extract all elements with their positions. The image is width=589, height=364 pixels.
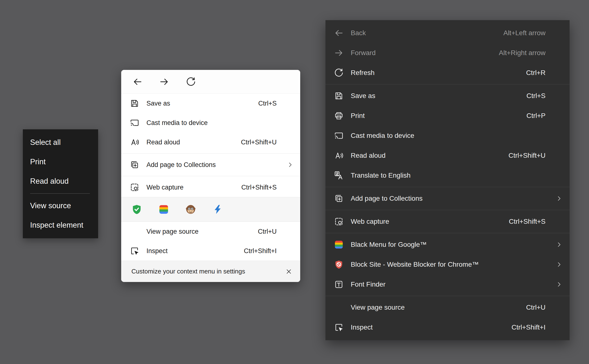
blue-bolt-extension-icon[interactable] bbox=[212, 204, 223, 215]
menu-item-read-aloud[interactable]: Read aloud Ctrl+Shift+U bbox=[325, 146, 570, 165]
menu-item-shortcut: Ctrl+Shift+U bbox=[509, 152, 546, 159]
menu-item-label: Inspect element bbox=[30, 221, 83, 230]
menu-item-label: Cast media to device bbox=[351, 132, 551, 140]
menu-item-label: Read aloud bbox=[351, 152, 509, 159]
cast-icon bbox=[334, 131, 344, 141]
menu-item-view-page-source[interactable]: View page source Ctrl+U bbox=[325, 298, 570, 317]
menu-item-label: Print bbox=[30, 157, 46, 166]
submenu-chevron bbox=[282, 162, 293, 168]
menu-item-forward[interactable]: Forward Alt+Right arrow bbox=[325, 43, 570, 63]
chevron-right-icon bbox=[556, 241, 562, 248]
monkey-extension-icon[interactable] bbox=[185, 204, 196, 215]
menu-item-print[interactable]: Print bbox=[23, 152, 98, 172]
menu-divider bbox=[325, 84, 570, 84]
page-context-menu-light: Save as Ctrl+S Cast media to device Read… bbox=[121, 70, 300, 282]
menu-item-label: Print bbox=[351, 112, 526, 120]
menu-divider bbox=[325, 210, 570, 210]
icon-spacer bbox=[334, 303, 344, 312]
chevron-right-icon bbox=[556, 261, 562, 268]
menu-divider bbox=[121, 153, 300, 154]
context-menu-footer: Customize your context menu in settings bbox=[121, 261, 300, 282]
forward-arrow-icon bbox=[159, 77, 169, 87]
extensions-row bbox=[121, 197, 300, 222]
menu-item-select-all[interactable]: Select all bbox=[23, 133, 98, 152]
menu-item-label: Refresh bbox=[351, 69, 526, 77]
menu-item-add-to-collections[interactable]: Add page to Collections bbox=[121, 155, 300, 174]
menu-item-label: Forward bbox=[351, 49, 499, 57]
menu-divider bbox=[325, 296, 570, 296]
menu-item-font-finder[interactable]: Font Finder bbox=[325, 274, 570, 294]
back-button[interactable] bbox=[132, 76, 143, 87]
menu-item-shortcut: Alt+Right arrow bbox=[499, 49, 546, 57]
forward-arrow-icon bbox=[334, 48, 344, 58]
menu-item-cast-media[interactable]: Cast media to device bbox=[121, 113, 300, 132]
close-button[interactable] bbox=[284, 266, 294, 277]
menu-item-label: Add page to Collections bbox=[351, 195, 551, 202]
menu-item-back[interactable]: Back Alt+Left arrow bbox=[325, 23, 570, 43]
menu-item-save-as[interactable]: Save as Ctrl+S bbox=[121, 94, 300, 113]
menu-item-label: Font Finder bbox=[351, 281, 551, 288]
inspect-icon bbox=[334, 323, 344, 332]
menu-item-read-aloud[interactable]: Read aloud Ctrl+Shift+U bbox=[121, 132, 300, 152]
menu-item-label: Add page to Collections bbox=[146, 161, 282, 169]
menu-item-black-menu-for-google[interactable]: Black Menu for Google™ bbox=[325, 235, 570, 255]
submenu-chevron bbox=[551, 241, 562, 248]
chevron-right-icon bbox=[287, 162, 293, 168]
menu-item-save-as[interactable]: Save as Ctrl+S bbox=[325, 86, 570, 106]
menu-item-shortcut: Ctrl+S bbox=[526, 92, 546, 100]
menu-item-view-source[interactable]: View source bbox=[23, 196, 98, 215]
menu-item-shortcut: Alt+Left arrow bbox=[503, 29, 546, 37]
read-aloud-icon bbox=[334, 151, 344, 160]
menu-item-shortcut: Ctrl+Shift+U bbox=[241, 139, 277, 146]
menu-divider bbox=[30, 193, 90, 194]
menu-item-add-to-collections[interactable]: Add page to Collections bbox=[325, 189, 570, 208]
black-menu-for-google-extension-icon[interactable] bbox=[158, 204, 169, 215]
inspect-icon bbox=[130, 246, 139, 256]
menu-item-label: Back bbox=[351, 29, 503, 37]
menu-item-web-capture[interactable]: Web capture Ctrl+Shift+S bbox=[121, 178, 300, 197]
menu-item-label: Read aloud bbox=[30, 177, 69, 186]
collections-icon bbox=[130, 160, 139, 170]
menu-item-shortcut: Ctrl+Shift+S bbox=[509, 218, 546, 225]
menu-item-label: Inspect bbox=[351, 323, 512, 331]
submenu-chevron bbox=[551, 261, 562, 268]
page-context-menu-dark: Back Alt+Left arrow Forward Alt+Right ar… bbox=[325, 20, 570, 340]
menu-item-read-aloud[interactable]: Read aloud bbox=[23, 172, 98, 191]
collections-icon bbox=[334, 194, 344, 203]
chevron-right-icon bbox=[556, 195, 562, 202]
submenu-chevron bbox=[551, 195, 562, 202]
green-shield-check-extension-icon[interactable] bbox=[131, 204, 142, 215]
menu-item-shortcut: Ctrl+R bbox=[526, 69, 546, 77]
print-icon bbox=[334, 111, 344, 121]
translate-icon bbox=[334, 171, 344, 180]
menu-item-shortcut: Ctrl+S bbox=[258, 100, 277, 107]
menu-item-label: Web capture bbox=[146, 184, 241, 191]
submenu-chevron bbox=[551, 281, 562, 288]
menu-item-web-capture[interactable]: Web capture Ctrl+Shift+S bbox=[325, 212, 570, 232]
menu-item-cast-media[interactable]: Cast media to device bbox=[325, 126, 570, 146]
menu-item-block-site[interactable]: Block Site - Website Blocker for Chrome™ bbox=[325, 255, 570, 274]
menu-item-label: View page source bbox=[146, 228, 258, 235]
menu-item-shortcut: Ctrl+Shift+I bbox=[512, 323, 546, 331]
menu-item-inspect-element[interactable]: Inspect element bbox=[23, 215, 98, 235]
context-menu-toolbar bbox=[121, 70, 300, 94]
menu-item-refresh[interactable]: Refresh Ctrl+R bbox=[325, 63, 570, 83]
menu-item-label: Save as bbox=[146, 100, 258, 107]
menu-item-translate[interactable]: Translate to English bbox=[325, 165, 570, 185]
menu-item-label: Save as bbox=[351, 92, 526, 100]
refresh-button[interactable] bbox=[186, 76, 196, 87]
close-icon bbox=[285, 268, 292, 275]
menu-item-shortcut: Ctrl+U bbox=[526, 304, 546, 311]
menu-divider bbox=[325, 233, 570, 233]
menu-item-view-page-source[interactable]: View page source Ctrl+U bbox=[121, 222, 300, 241]
menu-item-label: View source bbox=[30, 201, 71, 210]
forward-button[interactable] bbox=[159, 76, 170, 87]
menu-item-print[interactable]: Print Ctrl+P bbox=[325, 106, 570, 126]
back-arrow-icon bbox=[334, 28, 344, 38]
menu-item-label: Select all bbox=[30, 138, 61, 147]
read-aloud-icon bbox=[130, 137, 139, 147]
menu-item-inspect[interactable]: Inspect Ctrl+Shift+I bbox=[325, 317, 570, 337]
menu-item-label: Read aloud bbox=[146, 139, 241, 146]
selection-context-menu: Select all Print Read aloud View source … bbox=[23, 129, 98, 238]
menu-item-inspect[interactable]: Inspect Ctrl+Shift+I bbox=[121, 241, 300, 261]
